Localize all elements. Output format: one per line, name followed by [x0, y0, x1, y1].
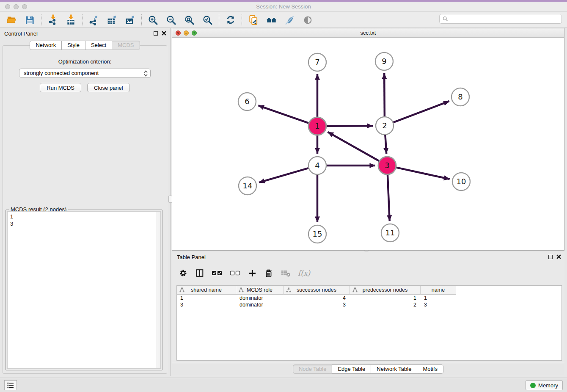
- zoom-in-button[interactable]: [144, 13, 162, 27]
- tab-motifs[interactable]: Motifs: [417, 364, 443, 374]
- close-panel-button[interactable]: Close panel: [87, 83, 130, 92]
- edge-2-9[interactable]: [384, 73, 385, 116]
- column-header-successor-nodes[interactable]: successor nodes: [284, 286, 350, 295]
- mcds-panel: Optimization criterion: strongly connect…: [3, 45, 167, 374]
- graph-node-9[interactable]: 9: [375, 52, 393, 70]
- cell-successor-nodes[interactable]: 3: [284, 301, 350, 308]
- first-neighbors-button[interactable]: [262, 13, 281, 27]
- two-houses-icon: [266, 15, 277, 25]
- edge-1-2[interactable]: [327, 126, 373, 126]
- column-header-MCDS-role[interactable]: MCDS role: [236, 286, 284, 295]
- column-header-predecessor-nodes[interactable]: predecessor nodes: [350, 286, 421, 295]
- column-header-name[interactable]: name: [421, 286, 456, 295]
- tab-edge-table[interactable]: Edge Table: [332, 364, 371, 374]
- close-panel-icon[interactable]: [556, 254, 561, 259]
- edge-3-10[interactable]: [396, 168, 449, 179]
- cell-predecessor-nodes[interactable]: 1: [350, 295, 421, 301]
- run-mcds-button[interactable]: Run MCDS: [40, 83, 81, 92]
- delete-column-button[interactable]: [264, 268, 273, 278]
- tab-style[interactable]: Style: [62, 41, 85, 50]
- network-window-titlebar[interactable]: x – + scc.txt: [172, 28, 564, 38]
- cell-name[interactable]: 1: [421, 295, 456, 301]
- edge-3-11[interactable]: [388, 175, 390, 221]
- style-brush-icon: [284, 15, 295, 25]
- tab-network-table[interactable]: Network Table: [371, 364, 417, 374]
- save-icon: [25, 15, 35, 25]
- network-window-title: scc.txt: [172, 28, 564, 38]
- float-panel-icon[interactable]: [548, 255, 553, 259]
- table-row[interactable]: 3dominator323: [177, 301, 561, 308]
- clone-network-icon: [248, 14, 259, 26]
- edge-1-6[interactable]: [258, 105, 308, 123]
- cell-MCDS-role[interactable]: dominator: [236, 295, 284, 301]
- edge-4-14[interactable]: [259, 168, 308, 182]
- search-icon: [443, 16, 448, 22]
- apply-style-button[interactable]: [281, 13, 299, 27]
- graph-node-1[interactable]: 1: [308, 117, 326, 135]
- table-header-row: shared nameMCDS rolesuccessor nodesprede…: [177, 286, 561, 295]
- memory-button[interactable]: Memory: [526, 380, 563, 390]
- graph-node-2[interactable]: 2: [376, 117, 394, 135]
- graph-node-14[interactable]: 14: [239, 177, 256, 195]
- column-header-shared-name[interactable]: shared name: [177, 286, 236, 295]
- node-table[interactable]: shared nameMCDS rolesuccessor nodesprede…: [176, 285, 562, 361]
- import-table-button[interactable]: [62, 13, 80, 27]
- show-column-button[interactable]: [195, 268, 204, 278]
- export-image-button[interactable]: [121, 13, 139, 27]
- tab-select[interactable]: Select: [85, 41, 112, 50]
- function-builder-button-disabled[interactable]: f(x): [298, 269, 310, 277]
- toolbar-separator: [242, 14, 242, 25]
- cell-shared-name[interactable]: 3: [177, 301, 236, 308]
- export-image-icon: [125, 14, 136, 25]
- clone-network-button[interactable]: [244, 13, 262, 27]
- open-session-button[interactable]: [3, 13, 21, 27]
- zoom-selected-button[interactable]: [198, 13, 217, 27]
- cell-shared-name[interactable]: 1: [177, 295, 236, 301]
- tab-mcds[interactable]: MCDS: [112, 41, 140, 50]
- zoom-fit-button[interactable]: [180, 13, 198, 27]
- graph-node-11[interactable]: 11: [381, 224, 399, 242]
- search-box[interactable]: [439, 14, 562, 24]
- mcds-result-textarea[interactable]: 1 3: [7, 211, 161, 369]
- zoom-out-button[interactable]: [162, 13, 180, 27]
- select-all-columns-button[interactable]: [212, 268, 223, 278]
- shared-column-icon: [286, 287, 291, 293]
- graph-node-4[interactable]: 4: [308, 157, 326, 174]
- cell-name[interactable]: 3: [421, 301, 456, 308]
- network-canvas[interactable]: 7968124314101511: [172, 38, 564, 250]
- graph-node-3[interactable]: 3: [378, 157, 396, 174]
- tab-node-table[interactable]: Node Table: [293, 364, 333, 374]
- svg-text:9: 9: [382, 57, 386, 66]
- save-session-button[interactable]: [21, 13, 39, 27]
- table-row[interactable]: 1dominator411: [177, 295, 561, 301]
- cell-MCDS-role[interactable]: dominator: [236, 301, 284, 308]
- create-column-button[interactable]: [248, 269, 257, 278]
- unselect-all-columns-button[interactable]: [230, 268, 241, 278]
- graph-node-10[interactable]: 10: [452, 173, 470, 190]
- memory-label: Memory: [538, 382, 558, 389]
- shared-column-icon: [179, 287, 184, 293]
- show-details-button[interactable]: [299, 13, 317, 27]
- import-network-button[interactable]: [44, 13, 62, 27]
- close-panel-icon[interactable]: [162, 31, 166, 36]
- criterion-dropdown[interactable]: strongly connected component: [19, 69, 151, 78]
- cell-predecessor-nodes[interactable]: 2: [350, 301, 421, 308]
- cell-successor-nodes[interactable]: 4: [284, 295, 350, 301]
- export-network-button[interactable]: [85, 13, 103, 27]
- edge-2-3[interactable]: [385, 135, 386, 154]
- graph-node-15[interactable]: 15: [308, 225, 326, 243]
- tab-network[interactable]: Network: [30, 41, 62, 50]
- edge-3-1[interactable]: [328, 132, 379, 161]
- graph-node-6[interactable]: 6: [238, 93, 256, 110]
- export-table-button[interactable]: [103, 13, 121, 27]
- task-history-button[interactable]: [4, 380, 17, 390]
- refresh-view-button[interactable]: [221, 13, 239, 27]
- graph-node-7[interactable]: 7: [308, 53, 326, 71]
- graph-node-8[interactable]: 8: [451, 88, 469, 106]
- result-scrollbar[interactable]: [157, 212, 160, 368]
- delete-table-button-disabled[interactable]: [281, 269, 291, 277]
- table-settings-button[interactable]: [179, 268, 188, 278]
- edge-2-8[interactable]: [394, 101, 449, 122]
- float-panel-icon[interactable]: [154, 31, 158, 36]
- export-network-icon: [88, 14, 99, 25]
